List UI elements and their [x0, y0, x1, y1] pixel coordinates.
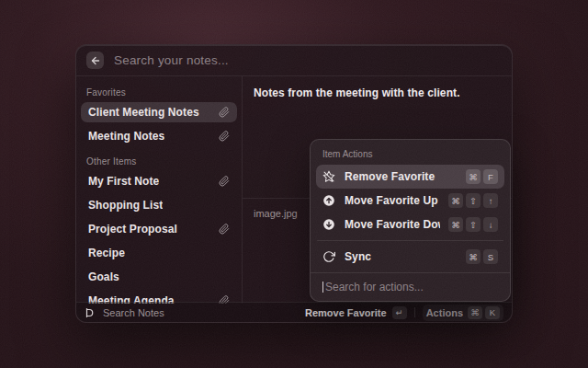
status-bar: Search Notes Remove Favorite ↵ Actions ⌘…: [76, 302, 512, 322]
sync-icon: [322, 250, 336, 263]
action-menu-item[interactable]: Remove Favorite⌘F: [316, 165, 504, 189]
paperclip-icon: [219, 224, 230, 235]
actions-search-input[interactable]: Search for actions...: [311, 272, 510, 301]
notes-search-input[interactable]: Search your notes...: [114, 53, 229, 67]
action-menu-item[interactable]: Move Favorite Up⌘⇧↑: [316, 189, 504, 213]
app-label: Search Notes: [103, 307, 164, 318]
shortcut-key-badge: ⌘: [468, 306, 482, 319]
actions-label: Actions: [426, 307, 463, 318]
action-label: Move Favorite Up: [345, 194, 440, 207]
paperclip-icon: [219, 176, 230, 187]
status-bar-right: Remove Favorite ↵ Actions ⌘K: [305, 305, 503, 321]
note-title: Goals: [88, 270, 119, 283]
note-title: Shopping List: [88, 199, 163, 212]
shortcut-key-badge: ⌘: [448, 217, 463, 232]
actions-shortcut-keys: ⌘K: [468, 306, 500, 319]
desktop-background: Search your notes... FavoritesClient Mee…: [0, 0, 588, 368]
note-list-item[interactable]: Shopping List: [81, 195, 237, 215]
star-off-icon: [322, 170, 336, 183]
actions-search-placeholder: Search for actions...: [325, 281, 424, 293]
arrow-down-circle-icon: [322, 218, 336, 231]
shortcut-key-badge: ⌘: [466, 169, 481, 184]
shortcut-key-badge: ↓: [483, 217, 498, 232]
attachment-name: image.jpg: [254, 208, 298, 219]
actions-menu-button[interactable]: Actions ⌘K: [423, 305, 503, 321]
note-content: Notes from the meeting with the client.: [254, 86, 501, 99]
section-header: Favorites: [86, 87, 232, 98]
shortcut-key-badge: ↑: [483, 193, 498, 208]
shortcut-key-badge: F: [483, 169, 498, 184]
action-label: Remove Favorite: [345, 170, 458, 183]
note-list-item[interactable]: My First Note: [81, 171, 237, 191]
status-divider: [414, 307, 415, 317]
action-menu-item[interactable]: Sync⌘S: [316, 245, 504, 269]
popup-action-list: Remove Favorite⌘FMove Favorite Up⌘⇧↑Move…: [316, 165, 504, 269]
note-title: Recipe: [88, 247, 125, 259]
action-shortcut-keys: ⌘⇧↑: [448, 193, 498, 208]
action-label: Move Favorite Down: [345, 218, 440, 231]
paperclip-icon: [219, 107, 230, 118]
arrow-up-circle-icon: [322, 194, 336, 207]
text-caret: [322, 282, 323, 293]
popup-group-divider: [317, 240, 503, 241]
section-header: Other Items: [86, 156, 232, 167]
shortcut-key-badge: S: [483, 249, 498, 264]
popup-title: Item Actions: [322, 149, 498, 159]
shortcut-key-badge: K: [485, 306, 500, 319]
back-button[interactable]: [86, 52, 104, 69]
note-title: Project Proposal: [88, 223, 177, 236]
note-list-item[interactable]: Meeting Notes: [81, 126, 237, 146]
notes-list: FavoritesClient Meeting NotesMeeting Not…: [76, 76, 243, 304]
return-key-badge: ↵: [392, 306, 407, 319]
arrow-left-icon: [90, 55, 101, 66]
action-shortcut-keys: ⌘⇧↓: [448, 217, 498, 232]
note-list-item[interactable]: Goals: [81, 267, 237, 287]
note-title: My First Note: [88, 175, 159, 188]
item-actions-popup: Item Actions Remove Favorite⌘FMove Favor…: [310, 139, 511, 302]
shortcut-key-badge: ⇧: [466, 193, 481, 208]
shortcut-key-badge: ⌘: [448, 193, 463, 208]
action-shortcut-keys: ⌘F: [466, 169, 498, 184]
note-title: Meeting Notes: [88, 130, 164, 143]
note-title: Client Meeting Notes: [88, 106, 199, 119]
shortcut-key-badge: ⌘: [466, 249, 481, 264]
action-label: Sync: [345, 250, 458, 263]
note-list-item[interactable]: Client Meeting Notes: [81, 102, 237, 122]
note-list-item[interactable]: Recipe: [81, 243, 237, 263]
paperclip-icon: [219, 131, 230, 142]
search-bar: Search your notes...: [76, 45, 512, 76]
action-menu-item[interactable]: Move Favorite Down⌘⇧↓: [316, 213, 504, 236]
shortcut-key-badge: ⇧: [466, 217, 481, 232]
action-shortcut-keys: ⌘S: [466, 249, 498, 264]
primary-action-label[interactable]: Remove Favorite: [305, 307, 387, 318]
app-logo-icon: [85, 307, 96, 318]
note-list-item[interactable]: Project Proposal: [81, 219, 237, 239]
